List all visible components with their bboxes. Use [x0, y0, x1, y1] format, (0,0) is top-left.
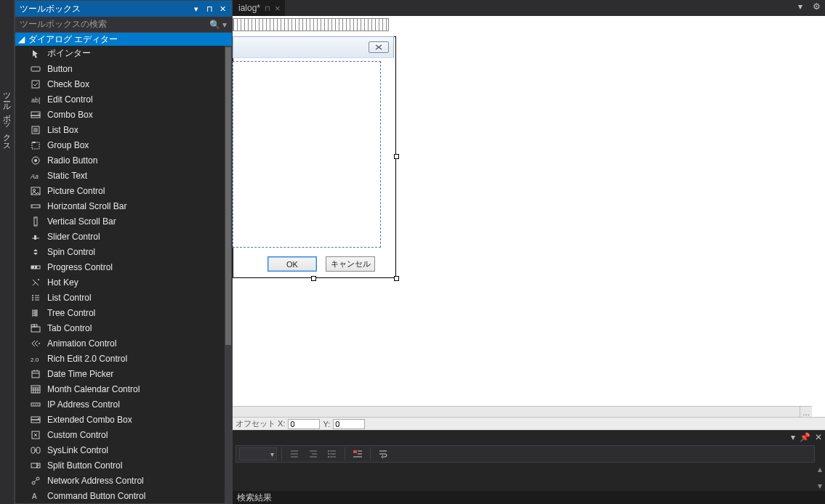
- output-scroll-buttons[interactable]: ▴ ▾: [815, 464, 825, 491]
- toolbox-item-syslink[interactable]: SysLink Control: [15, 442, 225, 458]
- toolbox-item-combobox[interactable]: Combo Box: [15, 107, 225, 122]
- svg-point-21: [32, 299, 33, 301]
- clear-output-icon[interactable]: [350, 447, 366, 461]
- tab-pin-icon[interactable]: ⊓: [265, 4, 270, 12]
- toolbox-item-vscroll[interactable]: Vertical Scroll Bar: [15, 214, 225, 229]
- svg-point-20: [32, 297, 33, 298]
- dialog-titlebar[interactable]: [233, 36, 394, 58]
- toolbox-item-ipaddr[interactable]: IP Address Control: [15, 397, 225, 412]
- toolbox-item-richedit[interactable]: 2.0Rich Edit 2.0 Control: [15, 351, 225, 366]
- toolbox-item-button[interactable]: Button: [15, 61, 225, 76]
- datetime-icon: [27, 369, 44, 379]
- svg-point-28: [39, 343, 40, 344]
- output-source-combo[interactable]: ▾: [239, 447, 277, 460]
- toolbox-item-radio[interactable]: Radio Button: [15, 153, 225, 168]
- scroll-down-icon[interactable]: ▾: [815, 481, 825, 491]
- document-tab[interactable]: ialog* ⊓ ×: [233, 0, 285, 16]
- indent-right-icon[interactable]: [305, 447, 321, 461]
- toolbox-item-label: Check Box: [44, 79, 225, 89]
- panel-pin-icon[interactable]: 📌: [800, 432, 810, 442]
- toolbox-item-label: Hot Key: [44, 277, 225, 288]
- toolbox-item-cmdbtn[interactable]: ACommand Button Control: [15, 488, 225, 503]
- toolbox-item-monthcal[interactable]: Month Calendar Control: [15, 381, 225, 397]
- toolbox-category-header[interactable]: ◢ ダイアログ エディター: [15, 33, 232, 46]
- toolbox-item-label: Animation Control: [44, 338, 225, 349]
- toolbox-item-custom[interactable]: Custom Control: [15, 427, 225, 442]
- offset-x-input[interactable]: [288, 419, 320, 429]
- dialog-cancel-button[interactable]: キャンセル: [326, 256, 375, 272]
- cmdbtn-icon: A: [27, 491, 44, 501]
- toolbox-item-label: Edit Control: [44, 94, 225, 105]
- toolbox-item-groupbox[interactable]: Group Box: [15, 137, 225, 153]
- resize-handle-right[interactable]: [394, 154, 399, 159]
- panel-menu-dropdown-icon[interactable]: ▾: [791, 432, 795, 442]
- toolbox-item-statictext[interactable]: AaStatic Text: [15, 168, 225, 183]
- syslink-icon: [27, 445, 44, 455]
- output-textarea[interactable]: [233, 464, 815, 491]
- dialog-close-button[interactable]: [369, 41, 389, 53]
- toolbox-vertical-tab[interactable]: ツールボックス: [0, 0, 12, 148]
- search-dropdown-icon[interactable]: ▾: [220, 20, 229, 30]
- toolbox-category-label: ダイアログ エディター: [28, 33, 118, 46]
- toolbox-item-datetime[interactable]: Date Time Picker: [15, 366, 225, 381]
- svg-point-34: [35, 404, 36, 405]
- offset-y-label: Y:: [323, 420, 330, 428]
- output-panel: ▾ 📌 ✕ ▾ ▴: [233, 430, 825, 504]
- spin-icon: [27, 247, 44, 257]
- toolbox-item-spin[interactable]: Spin Control: [15, 244, 225, 259]
- svg-text:2.0: 2.0: [31, 357, 39, 363]
- toolbox-item-animation[interactable]: Animation Control: [15, 336, 225, 351]
- toolbox-scrollbar-thumb[interactable]: [225, 47, 231, 345]
- toolbox-item-tree[interactable]: Tree Control: [15, 305, 225, 320]
- tab-close-icon[interactable]: ×: [275, 3, 281, 14]
- toolbox-item-label: Tree Control: [44, 308, 225, 318]
- svg-point-8: [34, 159, 37, 162]
- toolbox-item-tab[interactable]: Tab Control: [15, 320, 225, 336]
- dialog-design-surface[interactable]: OK キャンセル …: [233, 16, 825, 418]
- settings-gear-icon[interactable]: ⚙: [810, 1, 822, 12]
- offset-y-input[interactable]: [333, 419, 365, 429]
- svg-point-18: [38, 279, 39, 280]
- toolbox-item-label: List Control: [44, 293, 225, 303]
- toolbox-item-edit[interactable]: ab|Edit Control: [15, 92, 225, 107]
- toolbox-item-label: Tab Control: [44, 323, 225, 333]
- collapse-triangle-icon: ◢: [18, 34, 28, 44]
- toolbox-item-splitbtn[interactable]: Split Button Control: [15, 458, 225, 473]
- window-menu-dropdown-icon[interactable]: ▾: [794, 1, 806, 12]
- toolbox-item-label: Date Time Picker: [44, 369, 225, 379]
- toolbox-scrollbar[interactable]: [225, 46, 232, 503]
- edit-icon: ab|: [27, 94, 44, 105]
- scroll-up-icon[interactable]: ▴: [815, 464, 825, 474]
- toolbox-pin-icon[interactable]: ⊓: [203, 2, 216, 15]
- toolbox-titlebar: ツールボックス ▾ ⊓ ✕: [15, 1, 232, 17]
- dialog-ok-button[interactable]: OK: [267, 256, 317, 272]
- toolbox-item-label: Extended Combo Box: [44, 415, 225, 425]
- toolbox-item-slider[interactable]: Slider Control: [15, 229, 225, 244]
- search-icon[interactable]: 🔍: [209, 20, 220, 30]
- dialog-client-area[interactable]: [233, 61, 381, 248]
- toolbox-item-hotkey[interactable]: Hot Key: [15, 275, 225, 290]
- toolbox-dropdown-icon[interactable]: ▾: [190, 2, 203, 15]
- toolbox-item-label: Rich Edit 2.0 Control: [44, 354, 225, 364]
- toolbox-item-picture[interactable]: Picture Control: [15, 183, 225, 198]
- toggle-list-icon[interactable]: [324, 447, 340, 461]
- toolbox-item-label: Horizontal Scroll Bar: [44, 201, 225, 211]
- panel-close-icon[interactable]: ✕: [815, 432, 822, 442]
- toolbox-item-pointer[interactable]: ポインター: [15, 46, 225, 61]
- toolbox-item-hscroll[interactable]: Horizontal Scroll Bar: [15, 198, 225, 214]
- toolbox-item-progress[interactable]: Progress Control: [15, 259, 225, 275]
- toolbox-item-checkbox[interactable]: Check Box: [15, 76, 225, 92]
- toolbox-item-listctrl[interactable]: List Control: [15, 290, 225, 305]
- toolbox-close-icon[interactable]: ✕: [216, 2, 229, 15]
- resize-handle-corner[interactable]: [394, 276, 399, 281]
- splitbtn-icon: [27, 460, 44, 471]
- indent-left-icon[interactable]: [286, 447, 302, 461]
- toolbox-item-netaddr[interactable]: Network Address Control: [15, 473, 225, 488]
- toolbox-item-label: Radio Button: [44, 155, 225, 166]
- toolbox-item-listbox[interactable]: List Box: [15, 122, 225, 137]
- word-wrap-icon[interactable]: [375, 447, 391, 461]
- toolbox-search[interactable]: ツールボックスの検索 🔍 ▾: [15, 17, 232, 33]
- resize-handle-bottom[interactable]: [311, 276, 316, 281]
- toolbox-item-extcombo[interactable]: Extended Combo Box: [15, 412, 225, 427]
- pointer-icon: [27, 49, 44, 59]
